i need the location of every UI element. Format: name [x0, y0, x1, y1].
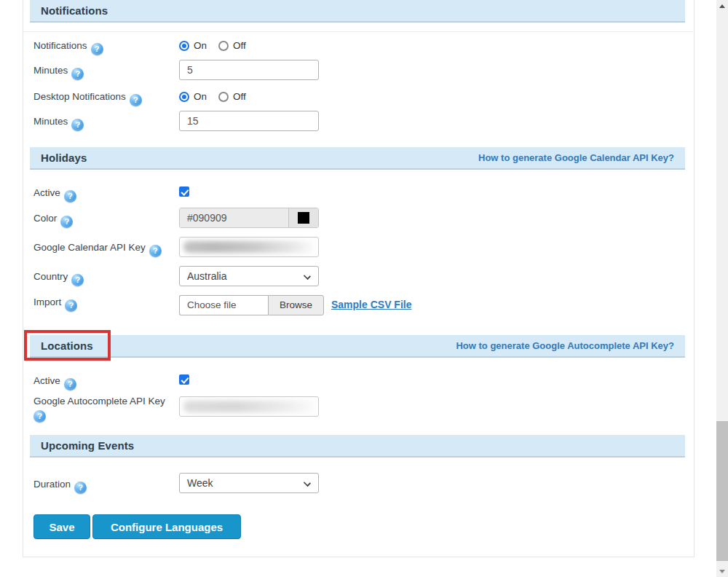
help-icon[interactable]: ? — [64, 190, 76, 203]
help-icon[interactable]: ? — [149, 245, 162, 257]
section-header-locations: Locations How to generate Google Autocom… — [30, 335, 685, 358]
import-file-group: Choose file Browse — [179, 295, 324, 315]
country-selected-value: Australia — [187, 270, 226, 282]
save-button[interactable]: Save — [33, 514, 90, 539]
help-icon[interactable]: ? — [33, 410, 46, 423]
settings-panel — [23, 0, 695, 557]
redacted-value — [183, 401, 312, 412]
section-header-holidays: Holidays How to generate Google Calendar… — [30, 147, 685, 170]
desktop-off-label: Off — [233, 91, 246, 102]
section-title-upcoming-events: Upcoming Events — [41, 439, 134, 452]
help-icon[interactable]: ? — [71, 119, 84, 131]
autocomplete-api-key-help-link[interactable]: How to generate Google Autocomplete API … — [456, 340, 674, 351]
help-icon[interactable]: ? — [60, 216, 73, 228]
redacted-value — [183, 241, 312, 253]
import-label: Import? — [33, 296, 77, 312]
help-icon[interactable]: ? — [74, 482, 87, 494]
configure-languages-button[interactable]: Configure Languages — [92, 514, 241, 539]
sample-csv-link[interactable]: Sample CSV File — [331, 299, 411, 310]
autocomplete-api-key-help: ? — [33, 407, 46, 423]
color-swatch-button[interactable] — [288, 208, 318, 227]
minutes-input[interactable] — [179, 60, 319, 80]
notifications-label: Notifications? — [33, 39, 103, 55]
help-icon[interactable]: ? — [65, 299, 77, 312]
holidays-active-label: Active? — [33, 187, 76, 203]
notifications-on-radio[interactable] — [179, 41, 189, 51]
holidays-active-checkbox[interactable] — [179, 187, 189, 197]
file-input[interactable]: Choose file — [179, 295, 268, 315]
settings-page: Notifications Notifications? On Off Minu… — [0, 0, 728, 577]
section-header-upcoming-events: Upcoming Events — [30, 435, 685, 458]
calendar-api-key-label: Google Calendar API Key? — [33, 241, 162, 257]
vertical-scrollbar — [716, 0, 728, 577]
desktop-on-label: On — [194, 91, 207, 102]
country-label: Country? — [33, 270, 84, 286]
arrow-down-icon — [719, 570, 725, 573]
section-title-holidays: Holidays — [41, 152, 87, 164]
scrollbar-thumb[interactable] — [716, 421, 728, 561]
locations-active-label: Active? — [33, 374, 76, 390]
section-header-notifications: Notifications — [30, 0, 685, 23]
desktop-off-radio[interactable] — [218, 92, 229, 102]
color-swatch — [298, 212, 309, 224]
locations-active-checkbox[interactable] — [179, 374, 189, 385]
minutes-label: Minutes? — [33, 64, 84, 80]
help-icon[interactable]: ? — [71, 274, 84, 286]
desktop-notifications-radio-group: On Off — [179, 91, 253, 102]
desktop-minutes-input[interactable] — [179, 111, 319, 131]
notifications-off-label: Off — [233, 40, 246, 51]
country-select[interactable]: Australia — [179, 266, 319, 286]
separator-line — [23, 31, 693, 32]
desktop-notifications-label: Desktop Notifications? — [33, 90, 142, 106]
duration-selected-value: Week — [187, 477, 213, 489]
section-title-notifications: Notifications — [41, 4, 108, 17]
color-value-input[interactable]: #090909 — [180, 208, 288, 227]
autocomplete-api-key-input[interactable] — [179, 396, 319, 417]
autocomplete-api-key-label: Google Autocomplete API Key — [33, 395, 165, 407]
help-icon[interactable]: ? — [64, 378, 76, 390]
notifications-radio-group: On Off — [179, 40, 253, 51]
help-icon[interactable]: ? — [130, 94, 142, 106]
help-icon[interactable]: ? — [91, 43, 103, 55]
scroll-down-arrow[interactable] — [716, 565, 728, 577]
desktop-minutes-label: Minutes? — [33, 115, 84, 131]
calendar-api-key-help-link[interactable]: How to generate Google Calendar API Key? — [478, 152, 674, 163]
color-label: Color? — [33, 212, 73, 228]
desktop-on-radio[interactable] — [179, 92, 189, 102]
notifications-on-label: On — [194, 40, 207, 51]
help-icon[interactable]: ? — [71, 68, 84, 80]
color-picker-group: #090909 — [179, 208, 319, 228]
highlight-annotation-box — [24, 330, 111, 361]
calendar-api-key-input[interactable] — [179, 237, 319, 257]
notifications-off-radio[interactable] — [218, 41, 229, 51]
chevron-down-icon — [304, 272, 311, 280]
duration-select[interactable]: Week — [179, 473, 319, 493]
arrow-up-icon — [719, 4, 725, 8]
scroll-up-arrow[interactable] — [716, 0, 728, 12]
chevron-down-icon — [304, 479, 311, 487]
browse-button[interactable]: Browse — [268, 295, 324, 315]
duration-label: Duration? — [33, 478, 87, 494]
